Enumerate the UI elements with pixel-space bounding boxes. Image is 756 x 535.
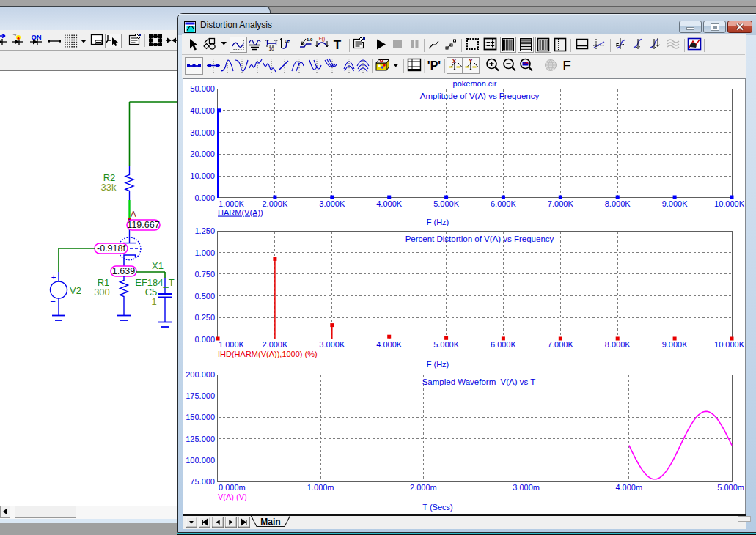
svg-text:1.000K: 1.000K — [219, 199, 245, 208]
svg-text:+: + — [51, 273, 56, 281]
svg-text:4.000K: 4.000K — [376, 340, 403, 349]
svg-text:150.000: 150.000 — [186, 413, 215, 421]
svg-text:1: 1 — [151, 296, 156, 307]
svg-text:0.750: 0.750 — [194, 270, 215, 278]
svg-text:20.000: 20.000 — [190, 150, 215, 158]
svg-text:0.000: 0.000 — [194, 193, 215, 202]
svg-text:−: − — [50, 296, 56, 307]
svg-text:ON: ON — [31, 34, 41, 41]
svg-text:0.500: 0.500 — [194, 292, 215, 300]
svg-text:2.000K: 2.000K — [262, 340, 288, 349]
svg-text:3.000K: 3.000K — [319, 340, 345, 349]
svg-text:9.000K: 9.000K — [662, 340, 689, 349]
svg-text:7.000K: 7.000K — [548, 340, 574, 349]
svg-text:4.000K: 4.000K — [376, 199, 403, 208]
svg-text:A: A — [131, 210, 136, 218]
svg-text:175.000: 175.000 — [186, 391, 215, 400]
svg-text:Percent Distortion of V(A) vs: Percent Distortion of V(A) vs Frequency — [405, 235, 554, 243]
svg-text:'P': 'P' — [427, 59, 441, 72]
svg-text:200.000: 200.000 — [186, 370, 215, 379]
svg-text:10.000: 10.000 — [190, 171, 215, 180]
svg-text:10: 10 — [268, 46, 274, 51]
svg-text:125.000: 125.000 — [186, 435, 215, 443]
svg-text:10.000K: 10.000K — [714, 340, 745, 349]
svg-text:X1: X1 — [152, 260, 164, 271]
svg-text:8.000K: 8.000K — [605, 340, 631, 349]
svg-text:1.639: 1.639 — [112, 266, 135, 276]
svg-text:10: 10 — [285, 39, 290, 43]
svg-text:Main: Main — [260, 517, 280, 527]
svg-text:1.000: 1.000 — [194, 248, 215, 257]
svg-text:-0.918f: -0.918f — [97, 243, 125, 254]
svg-text:1.0: 1.0 — [307, 37, 313, 42]
svg-text:HARM(V(A)): HARM(V(A)) — [218, 208, 263, 217]
svg-text:0.000: 0.000 — [194, 335, 215, 344]
svg-text:5.000K: 5.000K — [433, 199, 460, 208]
svg-text:9.000K: 9.000K — [662, 199, 689, 208]
svg-text:7.000K: 7.000K — [548, 199, 574, 208]
svg-text:Sampled Waveform V(A) vs T: Sampled Waveform V(A) vs T — [422, 377, 536, 386]
svg-text:100.000: 100.000 — [186, 456, 215, 465]
svg-text:2.000m: 2.000m — [410, 483, 437, 492]
svg-text:pokemon.cir: pokemon.cir — [453, 79, 497, 88]
svg-text:119.667: 119.667 — [127, 220, 159, 230]
svg-text:300: 300 — [94, 287, 110, 298]
svg-text:10.000K: 10.000K — [714, 199, 745, 208]
svg-text:T (Secs): T (Secs) — [422, 503, 452, 512]
svg-text:IHD(HARM(V(A)),1000) (%): IHD(HARM(V(A)),1000) (%) — [218, 350, 318, 358]
svg-text:0.000m: 0.000m — [219, 483, 246, 492]
svg-text:3.000m: 3.000m — [513, 483, 540, 492]
svg-text:0.250: 0.250 — [194, 313, 215, 322]
svg-text:1.000K: 1.000K — [219, 340, 245, 349]
svg-text:T: T — [334, 38, 342, 52]
svg-text:30.000: 30.000 — [190, 128, 215, 137]
svg-text:33k: 33k — [101, 182, 117, 193]
svg-text:F (Hz): F (Hz) — [427, 218, 449, 226]
svg-text:5.000m: 5.000m — [717, 483, 744, 492]
svg-text:1.000m: 1.000m — [307, 483, 334, 492]
svg-text:V2: V2 — [70, 285, 81, 296]
svg-text:75.000: 75.000 — [190, 477, 215, 486]
svg-text:40.000: 40.000 — [190, 106, 215, 115]
svg-text:F (Hz): F (Hz) — [427, 360, 449, 369]
svg-text:1.250: 1.250 — [194, 226, 215, 235]
svg-text:8.000K: 8.000K — [605, 199, 631, 208]
svg-text:F: F — [562, 58, 571, 73]
svg-text:50.000: 50.000 — [190, 84, 215, 93]
svg-text:6.000K: 6.000K — [491, 199, 517, 208]
svg-text:Amplitude of V(A) vs Frequency: Amplitude of V(A) vs Frequency — [420, 92, 540, 100]
svg-text:4.000m: 4.000m — [615, 483, 642, 492]
svg-text:3.000K: 3.000K — [319, 199, 345, 208]
svg-text:F(): F() — [319, 37, 325, 42]
svg-text:6.000K: 6.000K — [491, 340, 517, 349]
svg-text:5.000K: 5.000K — [433, 340, 460, 349]
svg-text:V(A) (V): V(A) (V) — [218, 492, 247, 501]
svg-text:2.000K: 2.000K — [262, 199, 288, 208]
